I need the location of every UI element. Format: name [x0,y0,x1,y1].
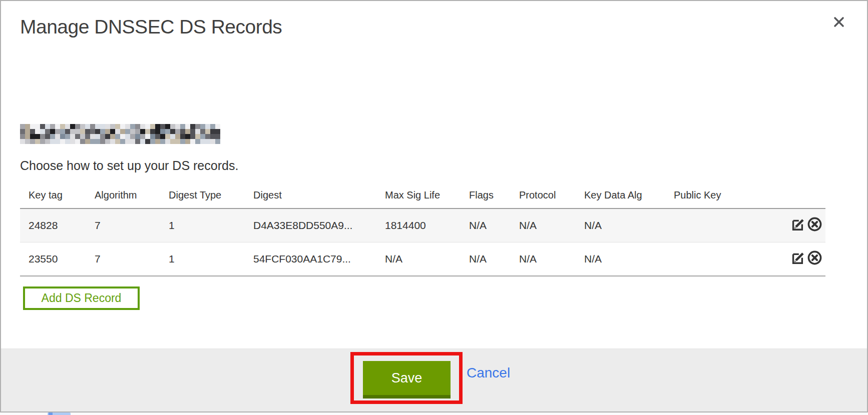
background-page-fragment [48,412,71,415]
cell-flags: N/A [461,208,511,242]
save-button[interactable]: Save [363,361,451,398]
cell-key-tag: 23550 [20,242,86,276]
cell-key-tag: 24828 [20,208,86,242]
cell-flags: N/A [461,242,511,276]
edit-record-icon[interactable] [790,250,806,268]
cell-key-data-alg: N/A [576,242,665,276]
cell-digest-type: 1 [160,208,245,242]
cell-public-key [665,242,778,276]
circle-x-icon [807,216,822,232]
delete-record-icon[interactable] [807,250,822,268]
delete-record-icon[interactable] [807,216,822,234]
cell-digest: D4A33E8DD550A9... [245,208,376,242]
footer-bar: Save Cancel [1,348,867,412]
instruction-text: Choose how to set up your DS records. [20,158,238,173]
col-header-key-tag: Key tag [20,182,86,208]
cell-public-key [665,208,778,242]
cell-digest-type: 1 [160,242,245,276]
cell-actions [778,208,825,242]
page-behind-modal [0,412,868,415]
edit-record-icon[interactable] [790,216,806,234]
close-icon[interactable] [831,14,847,30]
col-header-max-sig-life: Max Sig Life [376,182,461,208]
col-header-algorithm: Algorithm [86,182,160,208]
col-header-digest: Digest [245,182,376,208]
col-header-key-data-alg: Key Data Alg [576,182,665,208]
col-header-actions [778,182,825,208]
annotation-red-highlight: Save [350,352,463,404]
col-header-protocol: Protocol [511,182,576,208]
col-header-public-key: Public Key [665,182,778,208]
table-row: 23550 7 1 54FCF030AA1C79... N/A N/A N/A … [20,242,825,276]
cancel-link[interactable]: Cancel [467,365,510,381]
cell-protocol: N/A [511,208,576,242]
cell-algorithm: 7 [86,242,160,276]
redacted-domain-name [20,124,220,144]
x-icon [832,15,846,29]
circle-x-icon [807,250,822,266]
table-row: 24828 7 1 D4A33E8DD550A9... 1814400 N/A … [20,208,825,242]
manage-dnssec-ds-records-dialog: Manage DNSSEC DS Records Choose how to s… [0,0,868,412]
cell-protocol: N/A [511,242,576,276]
edit-pencil-square-icon [790,250,806,266]
ds-records-table: Key tag Algorithm Digest Type Digest Max… [20,182,825,276]
cell-algorithm: 7 [86,208,160,242]
cell-max-sig-life: N/A [376,242,461,276]
cell-key-data-alg: N/A [576,208,665,242]
col-header-flags: Flags [461,182,511,208]
col-header-digest-type: Digest Type [160,182,245,208]
cell-digest: 54FCF030AA1C79... [245,242,376,276]
add-ds-record-button[interactable]: Add DS Record [23,286,140,310]
cell-max-sig-life: 1814400 [376,208,461,242]
page-title: Manage DNSSEC DS Records [20,16,282,38]
cell-actions [778,242,825,276]
edit-pencil-square-icon [790,216,806,232]
table-header-row: Key tag Algorithm Digest Type Digest Max… [20,182,825,208]
